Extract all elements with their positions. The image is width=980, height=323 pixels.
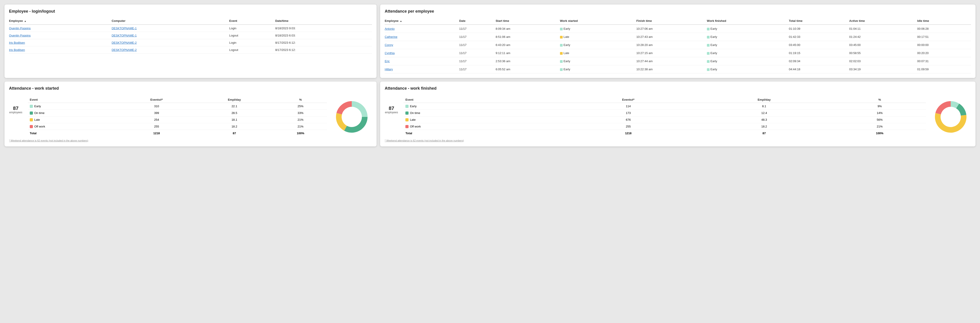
stat-total-events: 1218 [562,130,695,137]
ws-col-events: Events#* [119,97,195,103]
stat-events: 310 [119,103,195,110]
att-col-active: Active time [849,18,917,25]
work-started-employees: 87 employees Event Events#* Empl/day % [9,97,327,137]
att-active: 02:02:03 [849,57,917,65]
login-col-event: Event [229,18,275,25]
work-started-table: Event Events#* Empl/day % Early 310 22.1 [28,97,327,137]
att-employee: Catherine [385,33,459,41]
stat-events: 114 [562,103,695,110]
att-work-started: Early [560,57,636,65]
stat-total-label: Total [404,130,562,137]
stat-event: Off work [404,123,562,130]
work-finished-card: Attendance - work finished 87 employees … [380,81,975,146]
att-work-started: Early [560,65,636,73]
stat-pct: 21% [274,116,327,123]
event-color-dot [406,118,409,121]
att-idle: 01:09:59 [917,65,971,73]
login-computer: DESKTOPNAME-2 [111,39,229,46]
work-finished-dot [707,52,710,55]
stat-total-events: 1218 [119,130,195,137]
wf-col-event: Event [404,97,562,103]
work-started-card: Attendance - work started 87 employees E… [5,81,377,146]
work-started-stats: 87 employees Event Events#* Empl/day % [9,94,327,142]
stat-empl: 28.5 [195,110,274,116]
stat-event: Late [404,116,562,123]
att-work-finished: Early [707,49,789,57]
att-col-total: Total time [789,18,849,25]
att-work-finished: Early [707,57,789,65]
att-work-finished: Early [707,41,789,49]
ws-col-pct: % [274,97,327,103]
att-col-employee[interactable]: Employee ▲ [385,18,459,25]
att-active: 03:34:19 [849,65,917,73]
login-computer: DESKTOPNAME-1 [111,32,229,39]
wf-col-events: Events#* [562,97,695,103]
login-computer: DESKTOPNAME-2 [111,46,229,54]
stat-empl: 18.2 [695,123,834,130]
work-finished-employees: 87 employees Event Events#* Empl/day % [385,97,926,137]
event-color-dot [406,125,409,128]
login-datetime: 8/18/2023 9:03: [275,25,372,32]
stat-empl: 12.4 [695,110,834,116]
att-col-work-finished: Work finished [707,18,789,25]
stat-row: On time 173 12.4 14% [404,110,926,116]
att-work-started: Late [560,49,636,57]
login-event: Login [229,25,275,32]
login-employee: Iris Bodilsen [9,39,111,46]
stat-empl: 18.2 [195,123,274,130]
att-finish: 10:27:43 am [636,33,707,41]
attendance-row: Conny 11/17 6:43:20 am Early 10:28:20 am… [385,41,971,49]
login-row: Iris Bodilsen DESKTOPNAME-2 Logout 8/17/… [9,46,372,54]
stat-total-empl: 87 [195,130,274,137]
stat-row: Off work 255 18.2 21% [28,123,327,130]
login-col-employee[interactable]: Employee ▲ [9,18,111,25]
att-work-finished: Early [707,25,789,33]
login-event: Login [229,39,275,46]
stat-row: Late 676 48.3 56% [404,116,926,123]
work-started-dot [560,52,563,55]
att-active: 01:04:11 [849,25,917,33]
att-idle: 00:07:31 [917,57,971,65]
login-table: Employee ▲ Computer Event Date/time Quen… [9,18,372,54]
login-row: Quentin Poppins DESKTOPNAME-1 Login 8/18… [9,25,372,32]
stat-total-pct: 100% [274,130,327,137]
stat-event: Early [28,103,119,110]
donut-center [941,107,960,127]
att-total: 01:10:39 [789,25,849,33]
att-employee: Conny [385,41,459,49]
att-start: 8:51:06 am [496,33,560,41]
att-finish: 10:27:44 am [636,57,707,65]
att-employee: Antonio [385,25,459,33]
stat-total-pct: 100% [834,130,926,137]
stat-row: Early 114 8.1 9% [404,103,926,110]
att-date: 11/17 [459,65,496,73]
att-start: 6:05:52 am [496,65,560,73]
work-finished-panel: 87 employees Event Events#* Empl/day % [385,94,971,142]
att-active: 03:45:00 [849,41,917,49]
att-finish: 10:27:15 am [636,49,707,57]
att-work-started: Early [560,41,636,49]
stat-event: Off work [28,123,119,130]
stat-pct: 21% [834,123,926,130]
stat-pct: 21% [274,123,327,130]
att-date: 11/17 [459,49,496,57]
login-col-datetime: Date/time [275,18,372,25]
stat-pct: 9% [834,103,926,110]
att-work-started: Early [560,25,636,33]
att-start: 8:09:34 am [496,25,560,33]
login-row: Quentin Poppins DESKTOPNAME-1 Logout 8/1… [9,32,372,39]
stat-pct: 25% [274,103,327,110]
att-idle: 00:06:28 [917,25,971,33]
ws-col-empl: Empl/day [195,97,274,103]
login-col-computer: Computer [111,18,229,25]
work-finished-count: 87 employees [385,106,398,114]
work-started-count: 87 employees [9,106,22,114]
att-total: 04:44:18 [789,65,849,73]
att-col-date: Date [459,18,496,25]
att-idle: 00:17:51 [917,33,971,41]
stat-total-empl: 87 [695,130,834,137]
stat-row: Early 310 22.1 25% [28,103,327,110]
work-finished-footnote: * Weekend attendance is 62 events (not i… [385,139,926,142]
stat-event: On time [28,110,119,116]
ws-col-event: Event [28,97,119,103]
